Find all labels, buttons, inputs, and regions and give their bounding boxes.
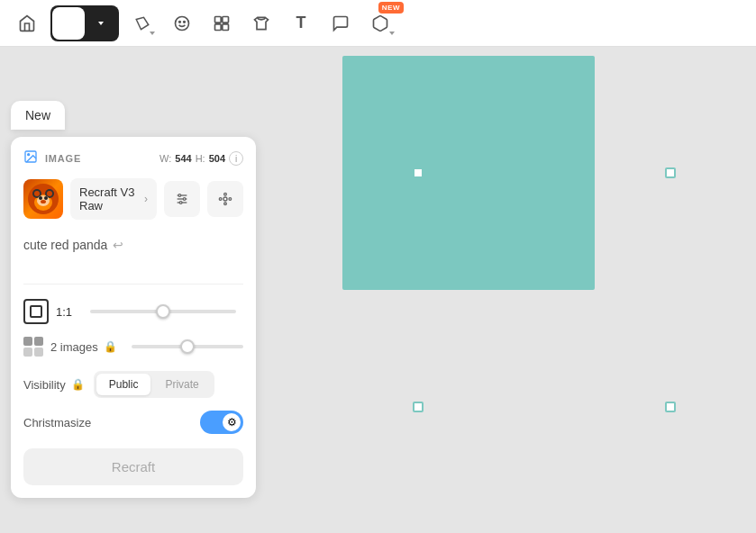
visibility-toggle: Public Private [94, 371, 214, 398]
more-tool-button[interactable]: NEW [364, 7, 396, 40]
info-icon[interactable]: i [229, 151, 243, 166]
svg-point-20 [39, 196, 42, 200]
svg-marker-1 [136, 17, 149, 30]
christmasize-label: Christmasize [23, 416, 200, 429]
image-count-dots [23, 337, 43, 357]
text-tool-button[interactable]: T [285, 7, 317, 40]
prompt-arrow-icon: ↩ [113, 238, 123, 252]
handle-br[interactable] [665, 402, 676, 412]
ratio-icon [23, 299, 49, 324]
svg-point-4 [179, 21, 181, 23]
section-dims: W: 544 H: 504 i [159, 151, 243, 166]
group-tool-button[interactable] [205, 7, 238, 40]
recraft-button[interactable]: Recraft [23, 448, 243, 485]
svg-point-26 [178, 194, 181, 197]
ratio-label: 1:1 [56, 305, 83, 319]
prompt-area[interactable]: cute red panda ↩ [23, 230, 243, 285]
ratio-row: 1:1 [23, 299, 243, 324]
section-title: IMAGE [45, 153, 81, 164]
handle-bl[interactable] [413, 402, 424, 412]
home-button[interactable] [11, 7, 43, 40]
svg-point-27 [183, 198, 186, 201]
new-tab[interactable]: New [11, 101, 65, 130]
svg-point-18 [47, 191, 52, 196]
images-row: 2 images 🔒 [23, 337, 243, 357]
handle-tr[interactable] [665, 167, 676, 178]
images-count-label: 2 images [50, 340, 98, 354]
private-button[interactable]: Private [152, 374, 211, 395]
christmasize-toggle[interactable]: ⚙ [200, 411, 243, 434]
svg-point-32 [219, 198, 222, 201]
visibility-label: Visibility [23, 378, 66, 392]
shirt-tool-button[interactable] [245, 7, 278, 40]
canvas-area[interactable]: New IMAGE W: 544 H: 504 i [0, 47, 756, 533]
svg-point-12 [28, 154, 30, 156]
christmasize-row: Christmasize ⚙ [23, 411, 243, 434]
svg-point-31 [224, 203, 227, 205]
chat-tool-button[interactable] [324, 7, 357, 40]
model-settings-button[interactable] [164, 181, 200, 217]
image-section-icon [23, 149, 38, 167]
svg-point-21 [44, 196, 48, 200]
select-dropdown-button[interactable] [85, 7, 117, 40]
new-badge: NEW [378, 2, 404, 14]
images-slider[interactable] [132, 345, 243, 348]
ratio-slider[interactable] [90, 310, 236, 313]
select-tool-group [50, 5, 119, 41]
model-thumbnail [23, 179, 63, 219]
handle-tl[interactable] [413, 167, 424, 178]
visibility-lock-icon: 🔒 [71, 378, 85, 391]
visibility-row: Visibility 🔒 Public Private [23, 371, 243, 398]
svg-point-30 [224, 193, 227, 195]
svg-point-28 [179, 202, 182, 204]
svg-point-22 [41, 200, 46, 203]
svg-point-5 [184, 21, 186, 23]
model-row: Recraft V3 Raw › [23, 178, 243, 220]
model-selector[interactable]: Recraft V3 Raw › [70, 178, 157, 220]
toolbar: T NEW [0, 0, 756, 47]
face-tool-button[interactable] [166, 7, 198, 40]
svg-marker-10 [389, 32, 395, 35]
section-header: IMAGE W: 544 H: 504 i [23, 149, 243, 167]
vector-tool-button[interactable] [126, 7, 159, 40]
svg-marker-2 [150, 32, 155, 35]
model-style-button[interactable] [207, 181, 243, 217]
lock-icon: 🔒 [104, 340, 117, 353]
svg-rect-8 [215, 23, 222, 30]
chevron-right-icon: › [144, 193, 148, 205]
select-tool-button[interactable] [52, 7, 85, 40]
canvas-image-wrapper[interactable] [418, 173, 670, 407]
svg-rect-6 [215, 16, 222, 23]
svg-point-17 [34, 191, 40, 196]
canvas-container [418, 173, 670, 407]
svg-point-3 [176, 16, 189, 30]
svg-point-29 [223, 197, 227, 201]
svg-rect-9 [223, 23, 229, 30]
left-panel: IMAGE W: 544 H: 504 i [11, 137, 256, 498]
canvas-image[interactable] [342, 56, 595, 290]
prompt-text: cute red panda [23, 238, 107, 252]
toggle-knob: ⚙ [223, 413, 241, 431]
svg-rect-7 [223, 16, 229, 23]
model-name: Recraft V3 Raw [79, 185, 144, 212]
svg-marker-0 [98, 22, 104, 25]
svg-point-33 [229, 198, 232, 201]
public-button[interactable]: Public [96, 374, 151, 395]
